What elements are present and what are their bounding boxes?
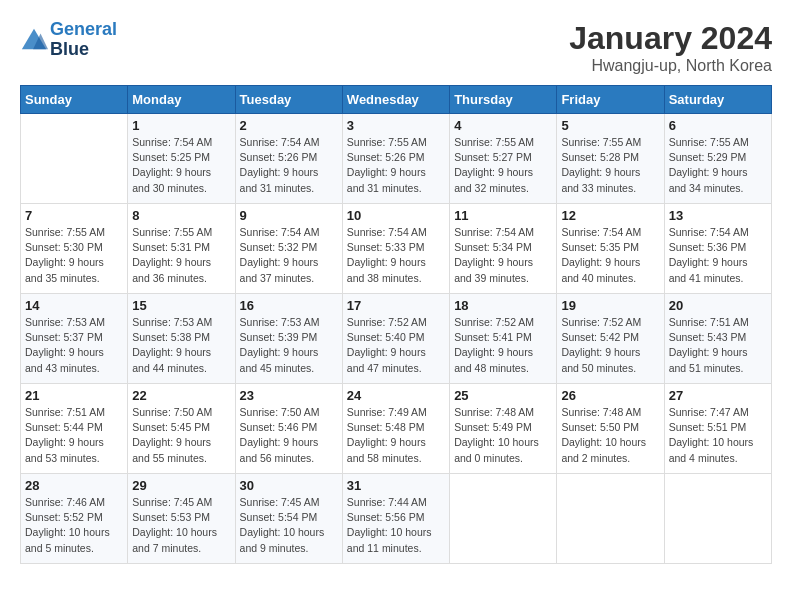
calendar-day-cell: 14Sunrise: 7:53 AM Sunset: 5:37 PM Dayli… (21, 294, 128, 384)
day-info: Sunrise: 7:52 AM Sunset: 5:41 PM Dayligh… (454, 315, 552, 376)
day-number: 30 (240, 478, 338, 493)
day-number: 6 (669, 118, 767, 133)
day-info: Sunrise: 7:49 AM Sunset: 5:48 PM Dayligh… (347, 405, 445, 466)
day-number: 3 (347, 118, 445, 133)
weekday-header: Tuesday (235, 86, 342, 114)
day-number: 2 (240, 118, 338, 133)
calendar-day-cell: 17Sunrise: 7:52 AM Sunset: 5:40 PM Dayli… (342, 294, 449, 384)
day-info: Sunrise: 7:54 AM Sunset: 5:26 PM Dayligh… (240, 135, 338, 196)
day-number: 22 (132, 388, 230, 403)
day-info: Sunrise: 7:48 AM Sunset: 5:49 PM Dayligh… (454, 405, 552, 466)
logo: General Blue (20, 20, 117, 60)
calendar-week-row: 1Sunrise: 7:54 AM Sunset: 5:25 PM Daylig… (21, 114, 772, 204)
day-info: Sunrise: 7:55 AM Sunset: 5:27 PM Dayligh… (454, 135, 552, 196)
weekday-header: Friday (557, 86, 664, 114)
day-number: 31 (347, 478, 445, 493)
day-info: Sunrise: 7:54 AM Sunset: 5:34 PM Dayligh… (454, 225, 552, 286)
calendar-day-cell: 26Sunrise: 7:48 AM Sunset: 5:50 PM Dayli… (557, 384, 664, 474)
day-info: Sunrise: 7:55 AM Sunset: 5:31 PM Dayligh… (132, 225, 230, 286)
day-info: Sunrise: 7:52 AM Sunset: 5:42 PM Dayligh… (561, 315, 659, 376)
title-block: January 2024 Hwangju-up, North Korea (569, 20, 772, 75)
day-number: 25 (454, 388, 552, 403)
calendar-day-cell: 1Sunrise: 7:54 AM Sunset: 5:25 PM Daylig… (128, 114, 235, 204)
day-info: Sunrise: 7:53 AM Sunset: 5:37 PM Dayligh… (25, 315, 123, 376)
logo-text-general: General (50, 19, 117, 39)
day-info: Sunrise: 7:52 AM Sunset: 5:40 PM Dayligh… (347, 315, 445, 376)
day-number: 7 (25, 208, 123, 223)
calendar-week-row: 7Sunrise: 7:55 AM Sunset: 5:30 PM Daylig… (21, 204, 772, 294)
day-info: Sunrise: 7:45 AM Sunset: 5:54 PM Dayligh… (240, 495, 338, 556)
calendar-day-cell: 11Sunrise: 7:54 AM Sunset: 5:34 PM Dayli… (450, 204, 557, 294)
logo-icon (20, 26, 48, 54)
day-number: 24 (347, 388, 445, 403)
day-info: Sunrise: 7:54 AM Sunset: 5:25 PM Dayligh… (132, 135, 230, 196)
day-number: 14 (25, 298, 123, 313)
day-info: Sunrise: 7:55 AM Sunset: 5:30 PM Dayligh… (25, 225, 123, 286)
day-info: Sunrise: 7:55 AM Sunset: 5:26 PM Dayligh… (347, 135, 445, 196)
calendar-day-cell: 21Sunrise: 7:51 AM Sunset: 5:44 PM Dayli… (21, 384, 128, 474)
day-number: 12 (561, 208, 659, 223)
calendar-day-cell: 27Sunrise: 7:47 AM Sunset: 5:51 PM Dayli… (664, 384, 771, 474)
weekday-header: Sunday (21, 86, 128, 114)
calendar-day-cell: 29Sunrise: 7:45 AM Sunset: 5:53 PM Dayli… (128, 474, 235, 564)
calendar-week-row: 21Sunrise: 7:51 AM Sunset: 5:44 PM Dayli… (21, 384, 772, 474)
day-info: Sunrise: 7:50 AM Sunset: 5:46 PM Dayligh… (240, 405, 338, 466)
day-number: 1 (132, 118, 230, 133)
day-info: Sunrise: 7:54 AM Sunset: 5:33 PM Dayligh… (347, 225, 445, 286)
day-info: Sunrise: 7:50 AM Sunset: 5:45 PM Dayligh… (132, 405, 230, 466)
day-number: 27 (669, 388, 767, 403)
logo-text-blue: Blue (50, 39, 89, 59)
day-info: Sunrise: 7:54 AM Sunset: 5:35 PM Dayligh… (561, 225, 659, 286)
calendar-day-cell (557, 474, 664, 564)
calendar-day-cell: 24Sunrise: 7:49 AM Sunset: 5:48 PM Dayli… (342, 384, 449, 474)
calendar-week-row: 14Sunrise: 7:53 AM Sunset: 5:37 PM Dayli… (21, 294, 772, 384)
day-number: 13 (669, 208, 767, 223)
day-info: Sunrise: 7:53 AM Sunset: 5:38 PM Dayligh… (132, 315, 230, 376)
calendar-day-cell: 12Sunrise: 7:54 AM Sunset: 5:35 PM Dayli… (557, 204, 664, 294)
calendar-day-cell: 3Sunrise: 7:55 AM Sunset: 5:26 PM Daylig… (342, 114, 449, 204)
page-header: General Blue January 2024 Hwangju-up, No… (20, 20, 772, 75)
day-number: 18 (454, 298, 552, 313)
calendar-day-cell: 30Sunrise: 7:45 AM Sunset: 5:54 PM Dayli… (235, 474, 342, 564)
calendar-day-cell: 16Sunrise: 7:53 AM Sunset: 5:39 PM Dayli… (235, 294, 342, 384)
day-info: Sunrise: 7:46 AM Sunset: 5:52 PM Dayligh… (25, 495, 123, 556)
weekday-header: Saturday (664, 86, 771, 114)
month-year-title: January 2024 (569, 20, 772, 57)
calendar-day-cell: 9Sunrise: 7:54 AM Sunset: 5:32 PM Daylig… (235, 204, 342, 294)
weekday-header: Wednesday (342, 86, 449, 114)
day-info: Sunrise: 7:53 AM Sunset: 5:39 PM Dayligh… (240, 315, 338, 376)
day-number: 10 (347, 208, 445, 223)
day-number: 4 (454, 118, 552, 133)
weekday-header: Thursday (450, 86, 557, 114)
day-number: 26 (561, 388, 659, 403)
day-info: Sunrise: 7:51 AM Sunset: 5:43 PM Dayligh… (669, 315, 767, 376)
calendar-day-cell (450, 474, 557, 564)
day-number: 23 (240, 388, 338, 403)
day-number: 15 (132, 298, 230, 313)
calendar-day-cell: 13Sunrise: 7:54 AM Sunset: 5:36 PM Dayli… (664, 204, 771, 294)
day-info: Sunrise: 7:48 AM Sunset: 5:50 PM Dayligh… (561, 405, 659, 466)
calendar-week-row: 28Sunrise: 7:46 AM Sunset: 5:52 PM Dayli… (21, 474, 772, 564)
calendar-day-cell: 31Sunrise: 7:44 AM Sunset: 5:56 PM Dayli… (342, 474, 449, 564)
day-number: 29 (132, 478, 230, 493)
calendar-day-cell: 20Sunrise: 7:51 AM Sunset: 5:43 PM Dayli… (664, 294, 771, 384)
day-info: Sunrise: 7:55 AM Sunset: 5:28 PM Dayligh… (561, 135, 659, 196)
calendar-day-cell (21, 114, 128, 204)
calendar-day-cell: 10Sunrise: 7:54 AM Sunset: 5:33 PM Dayli… (342, 204, 449, 294)
calendar-day-cell: 19Sunrise: 7:52 AM Sunset: 5:42 PM Dayli… (557, 294, 664, 384)
calendar-day-cell: 15Sunrise: 7:53 AM Sunset: 5:38 PM Dayli… (128, 294, 235, 384)
day-number: 28 (25, 478, 123, 493)
day-number: 17 (347, 298, 445, 313)
calendar-day-cell: 8Sunrise: 7:55 AM Sunset: 5:31 PM Daylig… (128, 204, 235, 294)
day-info: Sunrise: 7:55 AM Sunset: 5:29 PM Dayligh… (669, 135, 767, 196)
calendar-day-cell: 23Sunrise: 7:50 AM Sunset: 5:46 PM Dayli… (235, 384, 342, 474)
location-subtitle: Hwangju-up, North Korea (569, 57, 772, 75)
day-info: Sunrise: 7:45 AM Sunset: 5:53 PM Dayligh… (132, 495, 230, 556)
day-info: Sunrise: 7:54 AM Sunset: 5:36 PM Dayligh… (669, 225, 767, 286)
day-number: 19 (561, 298, 659, 313)
day-info: Sunrise: 7:51 AM Sunset: 5:44 PM Dayligh… (25, 405, 123, 466)
calendar-day-cell: 6Sunrise: 7:55 AM Sunset: 5:29 PM Daylig… (664, 114, 771, 204)
calendar-day-cell: 7Sunrise: 7:55 AM Sunset: 5:30 PM Daylig… (21, 204, 128, 294)
calendar-day-cell: 22Sunrise: 7:50 AM Sunset: 5:45 PM Dayli… (128, 384, 235, 474)
calendar-header: SundayMondayTuesdayWednesdayThursdayFrid… (21, 86, 772, 114)
